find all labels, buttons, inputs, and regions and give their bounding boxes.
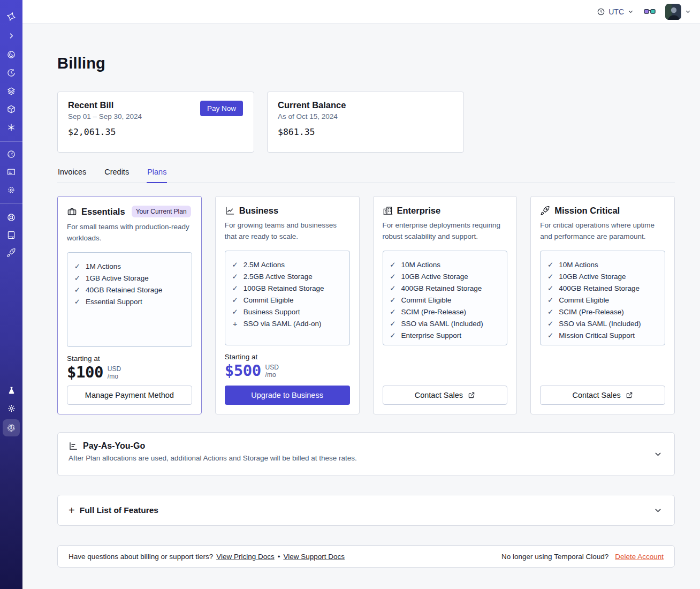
sidebar-divider	[0, 141, 22, 142]
external-link-icon	[626, 391, 633, 399]
contact-sales-button[interactable]: Contact Sales	[383, 386, 508, 405]
plus-icon: +	[69, 505, 75, 516]
docs-book-icon[interactable]	[0, 230, 22, 240]
feature-text: Commit Eligible	[401, 294, 452, 306]
feature-text: 10GB Active Storage	[559, 271, 626, 283]
plan-name: Business	[239, 206, 278, 216]
sun-icon[interactable]	[0, 403, 22, 413]
flask-icon[interactable]	[0, 385, 22, 396]
feature-text: Essential Support	[86, 296, 142, 308]
delete-account-link[interactable]: Delete Account	[615, 553, 664, 561]
check-icon: ✓	[547, 306, 554, 318]
cube-icon[interactable]	[0, 104, 22, 115]
full-features-title: Full List of Features	[80, 505, 158, 515]
feature-text: 400GB Retained Storage	[401, 283, 482, 294]
bullet-separator: •	[278, 553, 280, 561]
chevron-down-icon	[684, 8, 691, 15]
manage-payment-button[interactable]: Manage Payment Method	[67, 386, 192, 405]
footer-panel: Have questions about billing or support …	[57, 545, 675, 568]
button-label: Upgrade to Business	[251, 391, 323, 399]
feature-text: 10M Actions	[401, 259, 441, 271]
namespace-icon[interactable]	[0, 49, 22, 60]
sidebar: $	[0, 0, 22, 589]
plus-icon: +	[232, 318, 239, 330]
rates-chart-icon	[69, 441, 78, 451]
feature-item: ✓Mission Critical Support	[547, 330, 658, 342]
clock-icon	[597, 7, 605, 16]
check-icon: ✓	[232, 271, 239, 283]
feature-item: ✓10GB Active Storage	[390, 271, 501, 283]
chevron-down-icon[interactable]	[653, 450, 663, 459]
building-icon	[383, 206, 393, 216]
feature-text: SSO via SAML (Add-on)	[244, 318, 322, 330]
feature-text: 1GB Active Storage	[86, 273, 149, 284]
price-amount: $100	[67, 363, 103, 381]
asterisk-icon[interactable]	[0, 122, 22, 133]
usage-card-icon[interactable]	[0, 167, 22, 177]
check-icon: ✓	[547, 259, 554, 271]
plan-card-enterprise: Enterprise For enterprise deployments re…	[373, 196, 518, 414]
plan-description: For growing teams and businesses that ar…	[225, 220, 350, 243]
account-menu[interactable]	[665, 4, 691, 20]
gauge-icon[interactable]	[0, 149, 22, 160]
view-pricing-docs-link[interactable]: View Pricing Docs	[216, 553, 275, 561]
feature-text: 10GB Active Storage	[401, 271, 468, 283]
pay-now-button[interactable]: Pay Now	[200, 101, 243, 116]
price-period: /mo	[265, 371, 279, 379]
billing-tabs: Invoices Credits Plans	[57, 168, 675, 183]
plan-name: Mission Critical	[554, 206, 620, 216]
chevron-down-icon[interactable]	[653, 506, 663, 515]
svg-text:$: $	[10, 426, 12, 429]
feature-text: Enterprise Support	[401, 330, 462, 342]
check-icon: ✓	[390, 330, 397, 342]
feature-text: Business Support	[244, 306, 300, 318]
topbar: UTC	[22, 0, 700, 24]
feature-text: 100GB Retained Storage	[244, 283, 324, 294]
check-icon: ✓	[74, 284, 81, 296]
button-label: Contact Sales	[572, 391, 620, 399]
feature-item: ✓40GB Retained Storage	[74, 284, 185, 296]
price-label: Starting at	[225, 353, 350, 361]
glasses-icon[interactable]	[644, 7, 656, 16]
feature-item: ✓400GB Retained Storage	[390, 283, 501, 294]
contact-sales-button[interactable]: Contact Sales	[540, 386, 665, 405]
plan-description: For critical operations where uptime and…	[540, 220, 665, 243]
check-icon: ✓	[390, 271, 397, 283]
lifebuoy-icon[interactable]	[0, 212, 22, 223]
tab-plans[interactable]: Plans	[147, 168, 167, 183]
feature-item: ✓SSO via SAML (Included)	[547, 318, 658, 330]
schedule-clock-icon[interactable]	[0, 67, 22, 78]
current-balance-title: Current Balance	[278, 100, 453, 110]
plan-price: Starting at $500 USD /mo	[225, 353, 350, 380]
tab-credits[interactable]: Credits	[104, 168, 130, 183]
feature-item: ✓2.5GB Active Storage	[232, 271, 343, 283]
feature-text: SCIM (Pre-Release)	[401, 306, 467, 318]
footer-question: Have questions about billing or support …	[69, 553, 213, 561]
feature-text: SCIM (Pre-Release)	[559, 306, 624, 318]
layers-icon[interactable]	[0, 86, 22, 96]
payg-description: After Plan allocations are used, additio…	[69, 454, 664, 462]
avatar[interactable]	[665, 4, 681, 20]
timezone-dropdown[interactable]: UTC	[597, 7, 634, 16]
feature-item: +SSO via SAML (Add-on)	[232, 318, 343, 330]
plan-card-business: Business For growing teams and businesse…	[215, 196, 360, 414]
external-link-icon	[468, 391, 475, 399]
check-icon: ✓	[390, 283, 397, 294]
plan-name: Enterprise	[397, 206, 441, 216]
price-period: /mo	[108, 373, 121, 380]
view-support-docs-link[interactable]: View Support Docs	[283, 553, 345, 561]
chevron-right-icon[interactable]	[0, 31, 22, 41]
feature-text: 400GB Retained Storage	[559, 283, 640, 294]
check-icon: ✓	[232, 259, 239, 271]
gear-icon[interactable]	[0, 185, 22, 195]
current-balance-card: Current Balance As of Oct 15, 2024 $861.…	[267, 92, 464, 153]
upgrade-business-button[interactable]: Upgrade to Business	[225, 386, 350, 405]
feature-text: 2.5GB Active Storage	[244, 271, 313, 283]
billing-dollar-icon[interactable]: $	[3, 419, 20, 436]
check-icon: ✓	[74, 296, 81, 308]
rocket-icon[interactable]	[0, 247, 22, 258]
temporal-logo[interactable]	[0, 11, 22, 22]
feature-text: SSO via SAML (Included)	[559, 318, 641, 330]
check-icon: ✓	[74, 273, 81, 284]
tab-invoices[interactable]: Invoices	[57, 168, 87, 183]
